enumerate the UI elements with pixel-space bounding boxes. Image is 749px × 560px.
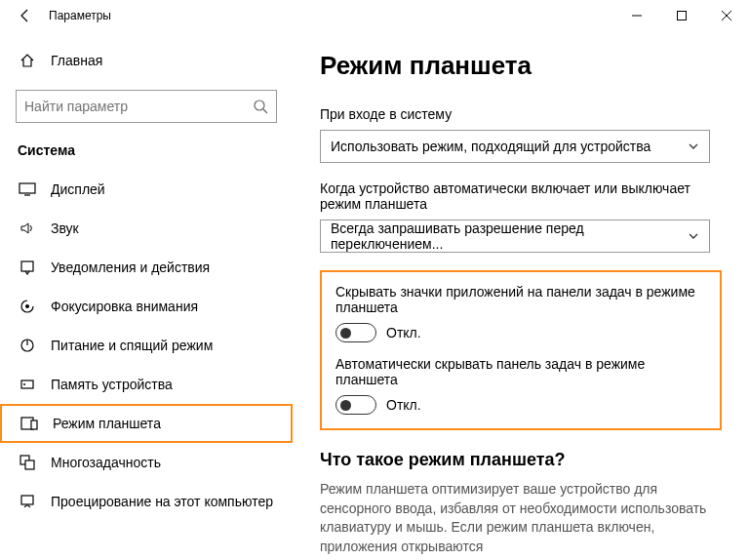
titlebar: Параметры	[0, 0, 749, 31]
sidebar-item-tablet[interactable]: Режим планшета	[0, 404, 293, 443]
toggle-hide-taskbar[interactable]	[335, 395, 376, 415]
signin-label: При входе в систему	[320, 106, 722, 122]
svg-rect-12	[21, 380, 33, 388]
window-title: Параметры	[49, 9, 111, 22]
sidebar-item-label: Многозадачность	[51, 455, 161, 470]
svg-rect-17	[25, 460, 34, 469]
sidebar-item-label: Фокусировка внимания	[51, 299, 198, 314]
sidebar-item-label: Звук	[51, 220, 79, 236]
chevron-down-icon	[688, 230, 699, 242]
sidebar-item-storage[interactable]: Память устройства	[0, 365, 293, 404]
sidebar-item-label: Режим планшета	[53, 416, 161, 431]
display-icon	[18, 180, 37, 199]
sidebar-item-label: Уведомления и действия	[51, 260, 210, 275]
sound-icon	[18, 219, 37, 238]
content-pane: Режим планшета При входе в систему Испол…	[293, 31, 749, 560]
svg-line-5	[263, 109, 267, 113]
power-icon	[18, 336, 37, 355]
notifications-icon	[18, 258, 37, 277]
back-button[interactable]	[12, 2, 39, 29]
toggle-hide-icons[interactable]	[335, 323, 376, 342]
signin-select[interactable]: Использовать режим, подходящий для устро…	[320, 130, 710, 163]
projecting-icon	[18, 492, 37, 511]
sidebar: Главная Система Дисплей Звук Уведомления…	[0, 31, 293, 560]
signin-value: Использовать режим, подходящий для устро…	[331, 139, 650, 154]
svg-rect-15	[31, 420, 37, 429]
switch-select[interactable]: Всегда запрашивать разрешение перед пере…	[320, 220, 710, 253]
switch-value: Всегда запрашивать разрешение перед пере…	[331, 220, 688, 252]
sidebar-item-display[interactable]: Дисплей	[0, 170, 293, 209]
page-title: Режим планшета	[320, 51, 722, 81]
sidebar-item-projecting[interactable]: Проецирование на этот компьютер	[0, 482, 293, 521]
sidebar-item-multitask[interactable]: Многозадачность	[0, 443, 293, 482]
svg-rect-6	[20, 183, 35, 193]
search-icon	[253, 99, 268, 114]
svg-point-13	[23, 383, 25, 385]
sidebar-item-label: Питание и спящий режим	[51, 338, 213, 353]
home-label: Главная	[51, 53, 102, 68]
switch-label: Когда устройство автоматически включает …	[320, 180, 722, 212]
home-icon	[18, 51, 37, 70]
svg-rect-18	[21, 496, 33, 504]
multitask-icon	[18, 453, 37, 472]
sidebar-item-power[interactable]: Питание и спящий режим	[0, 326, 293, 365]
sidebar-item-label: Проецирование на этот компьютер	[51, 494, 273, 509]
sidebar-item-label: Память устройства	[51, 377, 173, 392]
about-text: Режим планшета оптимизирует ваше устройс…	[320, 480, 722, 556]
toggle-hide-taskbar-state: Откл.	[386, 397, 421, 413]
highlighted-settings: Скрывать значки приложений на панели зад…	[320, 270, 722, 430]
close-button[interactable]	[704, 0, 749, 31]
focus-icon	[18, 297, 37, 316]
search-box[interactable]	[16, 90, 277, 123]
toggle-hide-taskbar-label: Автоматически скрывать панель задач в ре…	[335, 356, 706, 387]
sidebar-item-notifications[interactable]: Уведомления и действия	[0, 248, 293, 287]
chevron-down-icon	[688, 140, 699, 152]
svg-rect-8	[21, 261, 33, 271]
svg-point-9	[25, 304, 29, 308]
sidebar-item-focus[interactable]: Фокусировка внимания	[0, 287, 293, 326]
storage-icon	[18, 375, 37, 394]
maximize-button[interactable]	[659, 0, 704, 31]
svg-rect-1	[678, 12, 687, 20]
category-heading: Система	[0, 137, 293, 170]
svg-point-4	[255, 100, 264, 110]
window-controls	[614, 0, 749, 31]
search-input[interactable]	[24, 99, 253, 114]
about-heading: Что такое режим планшета?	[320, 450, 722, 470]
minimize-button[interactable]	[614, 0, 659, 31]
sidebar-item-label: Дисплей	[51, 181, 105, 197]
toggle-hide-icons-state: Откл.	[386, 325, 421, 340]
sidebar-item-sound[interactable]: Звук	[0, 209, 293, 248]
toggle-hide-icons-label: Скрывать значки приложений на панели зад…	[335, 284, 706, 315]
tablet-icon	[20, 414, 39, 433]
home-link[interactable]: Главная	[0, 41, 293, 80]
